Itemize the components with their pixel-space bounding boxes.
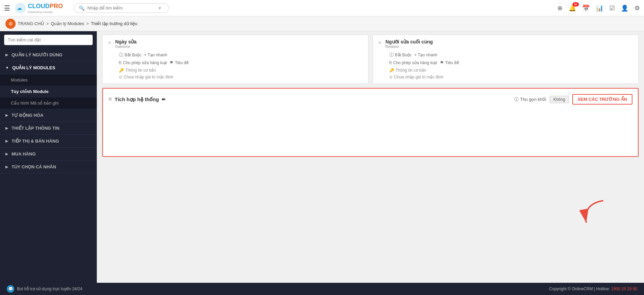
sidebar-item-quan-ly-nguoi-dung[interactable]: ▶ QUẢN LÝ NGƯỜI DÙNG bbox=[0, 49, 97, 61]
tieu-de-action[interactable]: ⚑ Tiêu đề bbox=[440, 60, 459, 65]
copy-icon: ⎘ bbox=[119, 60, 122, 65]
breadcrumb-sep2: > bbox=[86, 21, 89, 26]
thu-gon-text: Thu gọn khối bbox=[520, 97, 546, 102]
breadcrumb-modules[interactable]: Quản lý Modules bbox=[51, 21, 84, 26]
default-label: Chưa nhập giá trị mặc định bbox=[124, 75, 173, 79]
field-title: Người sửa cuối cùng bbox=[386, 39, 433, 44]
sidebar-label: QUẢN LÝ NGƯỜI DÙNG bbox=[12, 52, 62, 57]
arrow-icon: ▶ bbox=[5, 152, 8, 156]
sidebar-item-tiep-thi-ban-hang[interactable]: ▶ TIẾP THỊ & BÁN HÀNG bbox=[0, 135, 97, 148]
chevron-down-icon: ▼ bbox=[158, 6, 162, 10]
breadcrumb: ⚙ TRANG CHỦ > Quản lý Modules > Thiết lậ… bbox=[0, 16, 644, 31]
tao-nhanh-label: + Tạo nhanh bbox=[414, 53, 437, 57]
settings-breadcrumb-icon: ⚙ bbox=[5, 19, 16, 29]
tieu-de-action[interactable]: ⚑ Tiêu đề bbox=[169, 60, 189, 65]
cho-phep-label: Cho phép sửa hàng loạt bbox=[123, 60, 167, 65]
tasks-icon[interactable]: ☑ bbox=[609, 4, 615, 12]
arrow-icon: ▶ bbox=[5, 165, 8, 169]
breadcrumb-home[interactable]: TRANG CHỦ bbox=[18, 21, 44, 26]
sidebar-search-input[interactable] bbox=[4, 35, 93, 45]
sidebar-item-quan-ly-modules[interactable]: ▼ QUẢN LÝ MODULES bbox=[0, 61, 97, 74]
tich-hop-section: = Tích hợp hệ thống ✏ ⓘ Thu gọn khối Khô… bbox=[102, 88, 639, 157]
sidebar-item-tu-dong-hoa[interactable]: ▶ TỰ ĐỘNG HÓA bbox=[0, 109, 97, 122]
bat-buoc-action[interactable]: ⓘ Bắt Buộc bbox=[119, 52, 141, 58]
add-icon[interactable]: ⊕ bbox=[557, 4, 562, 12]
field-cards-row: = Ngày sửa Datetime ⓘ Bắt Buộc + Tạo nha… bbox=[102, 35, 639, 84]
field-card-ngay-sua: = Ngày sửa Datetime ⓘ Bắt Buộc + Tạo nha… bbox=[102, 35, 369, 84]
sidebar-label: TIẾP THỊ & BÁN HÀNG bbox=[12, 139, 59, 144]
breadcrumb-sep1: > bbox=[46, 21, 49, 26]
footer-chat-label: Bot hỗ trợ sử dụng trực tuyến 24/24 bbox=[17, 287, 82, 291]
breadcrumb-current: Thiết lập trường dữ liệu bbox=[91, 21, 137, 26]
arrow-icon: ▼ bbox=[5, 66, 9, 70]
sidebar-submenu-modules: Modules Tùy chỉnh Module Cấu hình Mã số … bbox=[0, 74, 97, 109]
tieu-de-label: Tiêu đề bbox=[445, 60, 459, 65]
sidebar-item-tuy-chinh-module[interactable]: Tùy chỉnh Module bbox=[0, 86, 97, 97]
bat-buoc-action[interactable]: ⓘ Bắt Buộc bbox=[389, 52, 412, 58]
hamburger-menu[interactable]: ☰ bbox=[4, 4, 10, 12]
calendar-icon[interactable]: 📅 bbox=[582, 4, 590, 12]
key-icon: 🔑 bbox=[119, 68, 124, 73]
tao-nhanh-action[interactable]: + Tạo nhanh bbox=[414, 52, 437, 58]
info-icon: ⓘ bbox=[514, 96, 519, 103]
flag-icon: ⚑ bbox=[440, 60, 444, 65]
logo-cloud: CLOUD bbox=[28, 3, 50, 10]
sidebar-item-modules[interactable]: Modules bbox=[0, 74, 97, 86]
xem-truong-an-button[interactable]: XEM CÁC TRƯỜNG ẨN bbox=[572, 94, 632, 105]
nav-icons: ⊕ 🔔 65 📅 📊 ☑ 👤 ⚙ bbox=[557, 4, 640, 12]
chat-icon[interactable]: 💬 bbox=[7, 285, 14, 293]
tao-nhanh-action[interactable]: + Tạo nhanh bbox=[144, 52, 167, 58]
field-default[interactable]: ⊙ Chưa nhập giá trị mặc định bbox=[119, 75, 363, 79]
bat-buoc-label: Bắt Buộc bbox=[395, 53, 412, 57]
arrow-icon: ▶ bbox=[5, 53, 8, 57]
sidebar-item-thiet-lap-thong-tin[interactable]: ▶ THIẾT LẬP THÔNG TIN bbox=[0, 122, 97, 135]
edit-icon[interactable]: ✏ bbox=[162, 97, 166, 102]
cho-phep-action[interactable]: ⎘ Cho phép sửa hàng loạt bbox=[389, 60, 437, 65]
thong-tin-label: Thông tin cơ bản bbox=[125, 68, 156, 73]
sidebar-item-mua-hang[interactable]: ▶ MUA HÀNG bbox=[0, 148, 97, 161]
notification-badge: 65 bbox=[573, 2, 579, 6]
field-info[interactable]: 🔑 Thông tin cơ bản bbox=[119, 68, 363, 73]
search-input[interactable] bbox=[87, 5, 155, 11]
user-icon[interactable]: 👤 bbox=[621, 4, 628, 12]
cho-phep-action[interactable]: ⎘ Cho phép sửa hàng loạt bbox=[119, 60, 167, 65]
content-area: = Ngày sửa Datetime ⓘ Bắt Buộc + Tạo nha… bbox=[97, 31, 644, 164]
search-icon: 🔍 bbox=[79, 5, 85, 11]
sidebar-label: MUA HÀNG bbox=[12, 151, 36, 156]
field-type: Relation bbox=[386, 44, 433, 49]
bat-buoc-label: Bắt Buộc bbox=[125, 53, 141, 57]
tieu-de-label: Tiêu đề bbox=[175, 60, 189, 65]
chart-icon[interactable]: 📊 bbox=[596, 4, 603, 12]
field-info[interactable]: 🔑 Thông tin cơ bản bbox=[389, 68, 633, 73]
section-title-text: Tích hợp hệ thống bbox=[115, 96, 159, 103]
drag-handle-icon[interactable]: = bbox=[108, 40, 111, 46]
sidebar-label: TỰ ĐỘNG HÓA bbox=[12, 113, 43, 118]
settings-icon[interactable]: ⚙ bbox=[634, 4, 640, 12]
notification-icon[interactable]: 🔔 65 bbox=[569, 4, 576, 12]
footer-left: 💬 Bot hỗ trợ sử dụng trực tuyến 24/24 bbox=[7, 285, 82, 293]
logo-tagline: Powered by Industry bbox=[28, 11, 63, 14]
key-icon: 🔑 bbox=[389, 68, 394, 73]
copyright-text: Copyright © OnlineCRM | Hotline: bbox=[549, 287, 611, 291]
drag-icon[interactable]: = bbox=[108, 96, 112, 103]
copy-icon: ⎘ bbox=[389, 60, 392, 65]
footer-copyright: Copyright © OnlineCRM | Hotline: 1900 29… bbox=[549, 287, 637, 291]
sidebar-item-cau-hinh-ma-so[interactable]: Cấu hình Mã số bản ghi bbox=[0, 97, 97, 109]
main-layout: ▶ QUẢN LÝ NGƯỜI DÙNG ▼ QUẢN LÝ MODULES M… bbox=[0, 31, 644, 295]
hotline-text: 1900 29 29 90 bbox=[611, 287, 637, 291]
logo-pro: PRO bbox=[50, 3, 63, 10]
section-body bbox=[108, 110, 632, 151]
info-icon: ⓘ bbox=[389, 52, 394, 58]
top-navigation: ☰ ☁ CLOUDPRO Powered by Industry 🔍 ▼ ⊕ 🔔… bbox=[0, 0, 644, 16]
thong-tin-label: Thông tin cơ bản bbox=[396, 68, 426, 73]
search-bar[interactable]: 🔍 ▼ bbox=[74, 3, 169, 13]
default-label: Chưa nhập giá trị mặc định bbox=[394, 75, 444, 79]
field-default[interactable]: ⊙ Chưa nhập giá trị mặc định bbox=[389, 75, 633, 79]
section-title: = Tích hợp hệ thống ✏ bbox=[108, 96, 166, 103]
circle-icon: ⊙ bbox=[119, 75, 122, 79]
sidebar-search-area bbox=[0, 31, 97, 49]
info-icon: ⓘ bbox=[119, 52, 123, 58]
thu-gon-toggle[interactable]: Không bbox=[550, 96, 569, 103]
sidebar-item-tuy-chon-ca-nhan[interactable]: ▶ TÙY CHỌN CÁ NHÂN bbox=[0, 161, 97, 173]
drag-handle-icon[interactable]: = bbox=[378, 40, 381, 46]
